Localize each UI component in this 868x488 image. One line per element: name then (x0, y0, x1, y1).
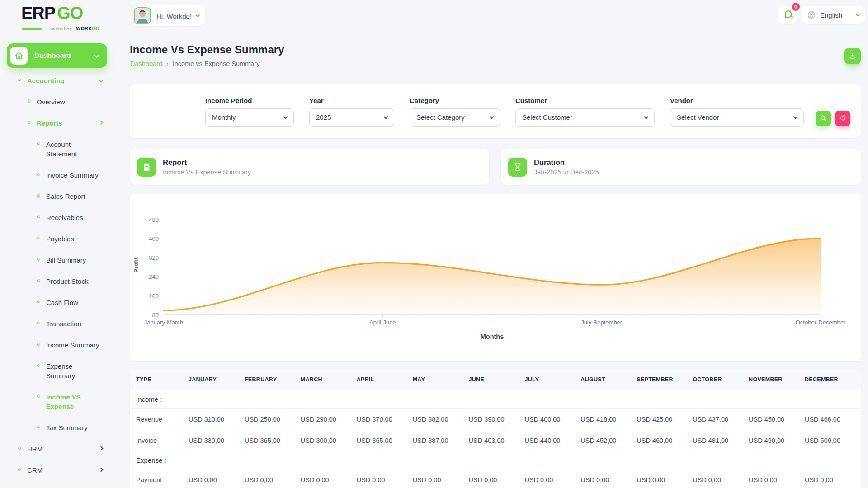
sidebar-item-label: Overview (37, 97, 65, 107)
sidebar-item-tax-summary[interactable]: Tax Summary (0, 417, 130, 438)
sidebar-item-accounting[interactable]: Accounting (0, 70, 130, 91)
bullet-icon (37, 321, 41, 325)
sidebar-item-reports[interactable]: Reports (0, 113, 130, 134)
column-header-july: JULY (524, 369, 580, 390)
column-header-june: JUNE (469, 369, 525, 390)
logo-erp: ERP (21, 4, 55, 23)
chevron-down-icon (644, 114, 649, 119)
breadcrumb-dashboard-link[interactable]: Dashboard (130, 60, 162, 67)
bullet-icon (37, 141, 41, 145)
notifications-button[interactable]: 0 (778, 6, 798, 24)
sidebar-item-dashboard[interactable]: Dashboard (7, 43, 107, 68)
page-title: Income Vs Expense Summary (130, 43, 284, 56)
reset-button[interactable] (835, 111, 850, 126)
category-select[interactable]: Select Category (410, 108, 500, 127)
amount-cell: USD 460,00 (637, 430, 693, 451)
language-selector[interactable]: English (801, 6, 865, 24)
x-tick-label: April-June (369, 319, 396, 326)
x-tick-label: January-March (144, 319, 184, 326)
sidebar-item-sales-report[interactable]: Sales Report (0, 186, 130, 207)
filter-label: Year (309, 97, 394, 104)
duration-card-title: Duration (534, 158, 599, 167)
bullet-icon (27, 120, 31, 124)
select-value: Select Customer (522, 113, 572, 121)
chart-x-axis-title: Months (164, 333, 821, 340)
amount-cell: USD 466,00 (805, 408, 861, 430)
hourglass-icon (508, 158, 527, 177)
amount-cell: USD 400,00 (524, 408, 580, 430)
y-tick-label: 160 (149, 292, 159, 299)
table-header-row: TYPEJANUARYFEBRUARYMARCHAPRILMAYJUNEJULY… (130, 369, 861, 390)
chart-y-axis-title: Profit (132, 252, 139, 279)
sidebar-item-income-summary[interactable]: Income Summary (0, 334, 130, 356)
column-header-may: MAY (413, 369, 469, 390)
amount-cell: USD 365,00 (357, 430, 413, 451)
sidebar-item-expense-summary[interactable]: Expense Summary (0, 356, 130, 386)
sidebar-item-label: Transaction (46, 319, 81, 328)
table-row-invoice: InvoiceUSD 330,00USD 365,00USD 300,00USD… (130, 430, 861, 451)
bullet-icon (18, 446, 22, 450)
sidebar-item-receivables[interactable]: Receivables (0, 207, 130, 228)
amount-cell: USD 365,00 (245, 430, 301, 451)
sidebar-item-product-stock[interactable]: Product Stock (0, 271, 130, 292)
sidebar-item-cash-flow[interactable]: Cash Flow (0, 292, 130, 313)
sidebar-item-label: Bill Summary (46, 255, 86, 265)
sidebar-item-invoice-summary[interactable]: Invoice Summary (0, 164, 130, 186)
column-header-september: SEPTEMBER (637, 369, 693, 390)
tagline-bar (22, 28, 42, 30)
home-icon (10, 47, 28, 65)
amount-cell: USD 418,00 (580, 408, 637, 430)
sidebar-item-bill-summary[interactable]: Bill Summary (0, 249, 130, 271)
y-tick-label: 320 (149, 254, 159, 261)
column-header-august: AUGUST (580, 369, 637, 390)
breadcrumb-separator: › (166, 60, 169, 67)
bullet-icon (37, 193, 41, 197)
filter-field-category: CategorySelect Category (410, 97, 500, 127)
amount-cell: USD 481,00 (693, 430, 749, 451)
row-type: Invoice (130, 430, 189, 451)
y-tick-label: 240 (149, 273, 159, 280)
select-value: Select Category (416, 113, 465, 121)
income-period-select[interactable]: Monthly (205, 108, 294, 127)
report-card: Report Income Vs Expense Summary (130, 149, 489, 185)
sidebar-item-payables[interactable]: Payables (0, 228, 130, 249)
vendor-select[interactable]: Select Vendor (670, 108, 804, 127)
sidebar-item-account-statement[interactable]: Account Statement (0, 134, 130, 164)
chevron-right-icon (99, 468, 104, 472)
amount-cell: USD 370,00 (357, 408, 413, 430)
bullet-icon (37, 278, 41, 282)
amount-cell: USD 0,00 (805, 469, 861, 488)
erpgo-logo: ERPGO (21, 4, 83, 23)
report-card-subtitle: Income Vs Expense Summary (163, 169, 251, 176)
section-label: Income : (130, 390, 861, 408)
amount-cell: USD 0,00 (637, 469, 693, 488)
search-button[interactable] (816, 111, 831, 126)
year-select[interactable]: 2025 (309, 108, 394, 127)
download-button[interactable] (844, 48, 861, 64)
income-expense-table: TYPEJANUARYFEBRUARYMARCHAPRILMAYJUNEJULY… (130, 369, 861, 488)
sidebar-item-overview[interactable]: Overview (0, 91, 130, 113)
chevron-down-icon (490, 114, 494, 119)
bullet-icon (37, 300, 41, 304)
amount-cell: USD 300,00 (301, 430, 357, 451)
sidebar-item-transaction[interactable]: Transaction (0, 313, 130, 334)
amount-cell: USD 509,00 (805, 430, 861, 451)
section-row-income: Income : (130, 390, 861, 408)
amount-cell: USD 382,00 (413, 408, 469, 430)
profit-chart-card: Profit 80160240320400480 January-MarchAp… (130, 194, 861, 361)
refresh-icon (839, 114, 847, 122)
amount-cell: USD 490,00 (749, 430, 805, 451)
column-header-november: NOVEMBER (749, 369, 805, 390)
x-tick-label: July-September (581, 319, 622, 326)
column-header-october: OCTOBER (693, 369, 749, 390)
amount-cell: USD 390,00 (469, 408, 525, 430)
user-menu[interactable]: Hi, Workdo! (132, 5, 205, 26)
sidebar-item-label: Account Statement (46, 140, 102, 159)
customer-select[interactable]: Select Customer (515, 108, 655, 127)
sidebar-item-hrm[interactable]: HRM (0, 438, 130, 460)
sidebar-item-label: Expense Summary (46, 361, 102, 380)
search-icon (820, 114, 827, 122)
breadcrumb-current: Income vs Expense Summary (173, 60, 260, 67)
sidebar-item-income-vs-expense[interactable]: Income VS Expense (0, 386, 130, 417)
sidebar-item-crm[interactable]: CRM (0, 460, 130, 481)
